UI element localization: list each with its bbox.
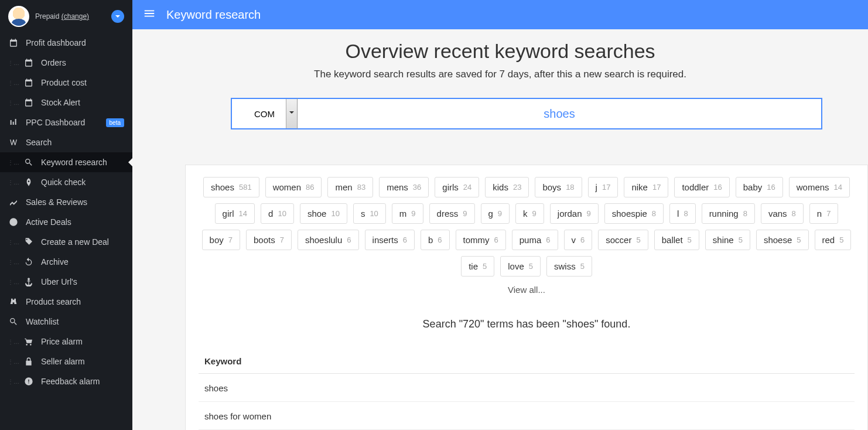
keyword-tag[interactable]: v6 [564,230,593,250]
tag-label: boots [254,235,275,245]
sidebar-item-label: Product search [26,297,81,306]
keyword-tag[interactable]: k9 [515,203,544,224]
keyword-tag[interactable]: red5 [815,230,852,250]
tag-label: girls [442,182,459,192]
keyword-tag[interactable]: shoespie8 [604,203,664,224]
tag-count: 6 [580,236,585,244]
sidebar-item-product-search[interactable]: Product search [0,292,132,312]
tree-indent-icon: ⋮… [8,359,19,365]
sidebar-item-price-alarm[interactable]: ⋮…Price alarm [0,332,132,351]
bars-icon [8,118,19,127]
sidebar-item-label: Watchlist [26,317,59,326]
keyword-tag[interactable]: boy7 [202,230,240,250]
sidebar-item-active-deals[interactable]: Active Deals [0,212,132,232]
keyword-tag[interactable]: nike17 [624,177,668,197]
search-icon [8,317,19,326]
keyword-tag[interactable]: shoeslulu6 [298,230,359,250]
sidebar-item-label: Search [26,138,52,147]
keyword-tag[interactable]: running8 [702,203,755,224]
keyword-tag[interactable]: womens14 [789,177,850,197]
keyword-tag[interactable]: m9 [392,203,423,224]
keyword-tag[interactable]: tie5 [461,256,494,277]
sidebar-item-seller-alarm[interactable]: ⋮…Seller alarm [0,351,132,371]
sidebar-item-create-a-new-deal[interactable]: ⋮…Create a new Deal [0,232,132,252]
keyword-tag[interactable]: men83 [327,177,373,197]
keyword-tag[interactable]: kids23 [485,177,529,197]
menu-toggle[interactable] [143,7,156,22]
tag-label: inserts [373,235,398,245]
account-dropdown[interactable] [111,10,124,23]
sidebar-item-archive[interactable]: ⋮…Archive [0,252,132,272]
keyword-tag[interactable]: dress9 [429,203,475,224]
sidebar-item-search[interactable]: Search [0,132,132,152]
tag-label: shoeslulu [305,235,342,245]
tag-label: red [822,235,835,245]
tag-label: shine [713,235,734,245]
tag-icon [23,237,34,247]
sidebar-item-sales-reviews[interactable]: Sales & Reviews [0,192,132,212]
keyword-tag[interactable]: shine5 [705,230,750,250]
keyword-tag[interactable]: toddler16 [674,177,729,197]
tag-label: vans [768,209,787,219]
sidebar-item-profit-dashboard[interactable]: Profit dashboard [0,33,132,53]
keyword-tag[interactable]: n7 [809,203,839,224]
sidebar-item-product-cost[interactable]: ⋮…Product cost [0,73,132,93]
change-link[interactable]: (change) [61,12,89,21]
keyword-tag[interactable]: women86 [265,177,322,197]
tag-label: tommy [463,235,490,245]
tree-indent-icon: ⋮… [8,159,19,166]
keyword-tag[interactable]: s10 [353,203,386,224]
keyword-tag[interactable]: jordan9 [550,203,599,224]
keyword-tag[interactable]: b6 [421,230,450,250]
sidebar-item-orders[interactable]: ⋮…Orders [0,53,132,73]
domain-select[interactable]: COM [231,98,298,129]
search-icon [23,158,34,167]
table-row[interactable]: shoes for women [199,403,855,430]
keyword-tag[interactable]: j17 [588,177,618,197]
keyword-tag[interactable]: puma6 [512,230,558,250]
results-card: shoes581women86men83mens36girls24kids23b… [185,165,868,430]
keyword-tag[interactable]: soccer5 [598,230,648,250]
tree-indent-icon: ⋮… [8,279,19,285]
sidebar-item-stock-alert[interactable]: ⋮…Stock Alert [0,93,132,112]
plan-text: Prepaid [35,12,59,21]
table-row[interactable]: shoes [199,375,855,402]
calendar-icon [23,58,34,67]
keyword-tag[interactable]: tommy6 [456,230,506,250]
keyword-tag[interactable]: love5 [500,256,541,277]
sidebar-item-label: PPC Dashboard [26,118,85,127]
sidebar-item-uber-url-s[interactable]: ⋮…Uber Url's [0,272,132,292]
keyword-tag[interactable]: baby16 [736,177,783,197]
keyword-tag[interactable]: boots7 [246,230,292,250]
sidebar-item-keyword-research[interactable]: ⋮…Keyword research [0,152,132,172]
sidebar-item-watchlist[interactable]: Watchlist [0,312,132,332]
tag-count: 5 [797,236,801,244]
keyword-tag[interactable]: shoes581 [203,177,259,197]
keyword-tag[interactable]: inserts6 [365,230,415,250]
keyword-tag[interactable]: d10 [261,203,294,224]
keyword-input[interactable] [298,98,822,129]
keyword-tag[interactable]: shoe10 [300,203,347,224]
sidebar-item-quick-check[interactable]: ⋮…Quick check [0,172,132,192]
tag-count: 86 [306,183,314,192]
keyword-tag[interactable]: ballet5 [654,230,699,250]
keyword-tag[interactable]: girl14 [215,203,255,224]
view-all-link[interactable]: View all... [197,285,856,295]
keyword-tag[interactable]: swiss5 [546,256,592,277]
tag-label: girl [223,209,234,219]
keyword-tag[interactable]: girls24 [435,177,479,197]
sidebar-item-ppc-dashboard[interactable]: PPC Dashboardbeta [0,112,132,132]
plan-label: Prepaid (change) [35,12,89,21]
keyword-tag[interactable]: boys18 [535,177,582,197]
keyword-tag[interactable]: g9 [481,203,510,224]
tag-label: swiss [554,261,576,271]
undo-icon [23,257,34,267]
keyword-tag[interactable]: vans8 [761,203,804,224]
alert-icon [23,377,34,386]
keyword-tag[interactable]: shoese5 [756,230,809,250]
tag-count: 36 [413,183,421,192]
rocket-icon [23,178,34,187]
keyword-tag[interactable]: l8 [669,203,696,224]
sidebar-item-feedback-alarm[interactable]: ⋮…Feedback alarm [0,371,132,391]
keyword-tag[interactable]: mens36 [379,177,429,197]
